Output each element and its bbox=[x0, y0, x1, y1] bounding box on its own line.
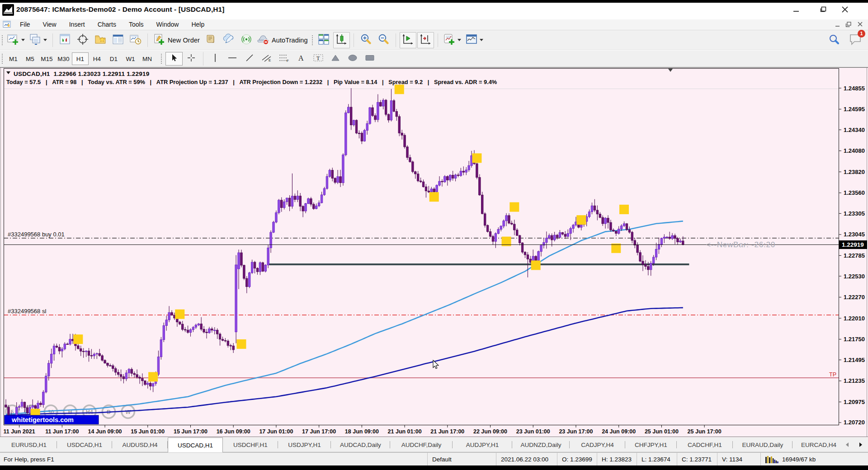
expert-advisors-button[interactable] bbox=[203, 32, 219, 48]
profiles-button[interactable] bbox=[28, 32, 49, 48]
minimize-button[interactable] bbox=[788, 3, 804, 16]
timeframe-h4-button[interactable]: H4 bbox=[89, 52, 105, 65]
signal-marker[interactable] bbox=[472, 153, 481, 163]
chart-tab-cadchf-h1[interactable]: CADCHF,H1 bbox=[677, 437, 733, 452]
tabs-scroll-right-button[interactable] bbox=[855, 437, 866, 452]
signals-button[interactable] bbox=[238, 32, 255, 48]
market-watch-button[interactable] bbox=[57, 32, 73, 48]
trendline-tool-button[interactable] bbox=[241, 52, 258, 66]
chart-tab-audjpy-h1[interactable]: AUDJPY,H1 bbox=[453, 437, 512, 452]
signal-marker[interactable] bbox=[175, 310, 184, 319]
chat-button[interactable]: 1 bbox=[847, 32, 864, 48]
search-button[interactable] bbox=[825, 32, 842, 48]
menu-view[interactable]: View bbox=[37, 19, 63, 30]
text-tool-button[interactable]: A bbox=[292, 52, 310, 66]
vertical-line-tool-button[interactable] bbox=[207, 52, 224, 66]
zoom-in-icon bbox=[360, 33, 372, 47]
metaeditor-icon bbox=[223, 33, 235, 47]
text-label-icon: T bbox=[313, 53, 324, 64]
chart-tab-audusd-h4[interactable]: AUDUSD,H4 bbox=[112, 437, 168, 452]
rectangle-object-tool-button[interactable] bbox=[361, 52, 378, 66]
text-label-tool-button[interactable]: T bbox=[310, 52, 327, 66]
chart-tab-cadjpy-h4[interactable]: CADJPY,H4 bbox=[570, 437, 625, 452]
new-order-button[interactable]: New Order bbox=[151, 32, 202, 48]
cursor-tool-button[interactable] bbox=[165, 52, 183, 66]
chart-tab-euraud-daily[interactable]: EURAUD,Daily bbox=[733, 437, 793, 452]
chart-tab-chfjpy-h1[interactable]: CHFJPY,H1 bbox=[625, 437, 677, 452]
signal-marker[interactable] bbox=[611, 244, 621, 253]
signal-marker[interactable] bbox=[73, 334, 83, 344]
strategy-tester-button[interactable] bbox=[127, 32, 144, 48]
chart-tab-usdchf-h1[interactable]: USDCHF,H1 bbox=[223, 437, 278, 452]
chart-tab-audcad-daily[interactable]: AUDCAD,Daily bbox=[331, 437, 390, 452]
chart-tab-eurusd-h1[interactable]: EURUSD,H1 bbox=[1, 437, 57, 452]
new-chart-button[interactable] bbox=[5, 32, 27, 48]
data-window-button[interactable] bbox=[74, 32, 91, 48]
signal-marker[interactable] bbox=[395, 85, 404, 94]
signal-marker[interactable] bbox=[576, 215, 586, 225]
timeframe-m1-button[interactable]: M1 bbox=[5, 52, 22, 65]
restore-button[interactable] bbox=[816, 3, 831, 16]
menu-file[interactable]: File bbox=[14, 19, 37, 30]
mdi-restore-button[interactable] bbox=[845, 21, 855, 28]
timeframe-mn-button[interactable]: MN bbox=[139, 52, 156, 65]
autotrading-button[interactable]: AutoTrading bbox=[255, 32, 310, 48]
signal-marker[interactable] bbox=[148, 372, 158, 381]
templates-button[interactable] bbox=[464, 32, 485, 48]
chart-shift-button[interactable] bbox=[400, 32, 416, 48]
timeframe-m30-button[interactable]: M30 bbox=[55, 52, 72, 65]
timeframe-w1-button[interactable]: W1 bbox=[122, 52, 139, 65]
price-tick-label: 1.20720 bbox=[844, 419, 865, 426]
signal-marker[interactable] bbox=[236, 339, 246, 349]
crosshair-tool-button[interactable] bbox=[183, 52, 200, 66]
chart-tab-usdcad-h1-active[interactable]: USDCAD,H1 bbox=[168, 437, 223, 452]
tabs-scroll-left-button[interactable] bbox=[842, 437, 853, 452]
ellipse-object-tool-button[interactable] bbox=[344, 52, 361, 66]
chart-area[interactable]: 51530HH4DW#332499568 buy 0.01#332499568 … bbox=[0, 67, 868, 437]
chart-tab-audnzd-daily[interactable]: AUDNZD,Daily bbox=[512, 437, 570, 452]
arrow-object-tool-button[interactable] bbox=[327, 52, 344, 66]
equidistant-channel-tool-button[interactable]: E bbox=[258, 52, 275, 66]
menu-window[interactable]: Window bbox=[150, 19, 185, 30]
tile-windows-button[interactable] bbox=[316, 32, 332, 48]
timeframe-h1-button[interactable]: H1 bbox=[72, 52, 89, 65]
toolbar-grip bbox=[311, 34, 314, 46]
chart-tab-eurcad-h4[interactable]: EURCAD,H4 bbox=[793, 437, 845, 452]
title-bar[interactable]: 20875647: ICMarkets-Demo02 - Demo Accoun… bbox=[0, 3, 868, 19]
navigator-button[interactable] bbox=[92, 32, 108, 48]
signal-marker[interactable] bbox=[509, 202, 519, 212]
chart-tab-usdjpy-h1[interactable]: USDJPY,H1 bbox=[278, 437, 331, 452]
horizontal-line-tool-button[interactable] bbox=[224, 52, 241, 66]
menu-insert[interactable]: Insert bbox=[63, 19, 91, 30]
bar-chart-mode-button[interactable] bbox=[333, 32, 350, 48]
auto-scroll-button[interactable] bbox=[417, 32, 434, 48]
new-order-label: New Order bbox=[168, 37, 200, 44]
status-volume: V: 1134 bbox=[717, 453, 760, 465]
status-bar-time: 2021.06.22 03:00 bbox=[496, 453, 557, 465]
metaeditor-button[interactable] bbox=[220, 32, 237, 48]
signal-marker[interactable] bbox=[429, 192, 439, 202]
zoom-in-button[interactable] bbox=[358, 32, 374, 48]
timeframe-d1-button[interactable]: D1 bbox=[105, 52, 122, 65]
mdi-minimize-button[interactable] bbox=[834, 21, 844, 28]
navigator-icon bbox=[94, 33, 106, 47]
signal-marker[interactable] bbox=[531, 260, 541, 270]
chart-tab-usdcad-h1[interactable]: USDCAD,H1 bbox=[57, 437, 112, 452]
menu-charts[interactable]: Charts bbox=[91, 19, 123, 30]
price-tick-label: 1.23560 bbox=[844, 189, 865, 196]
chart-tab-audchf-daily[interactable]: AUDCHF,Daily bbox=[390, 437, 453, 452]
ohlc-info-line: USDCAD,H1 1.22966 1.23023 1.22911 1.2291… bbox=[14, 70, 149, 77]
timeframe-m5-button[interactable]: M5 bbox=[22, 52, 38, 65]
fibonacci-tool-button[interactable]: F bbox=[275, 52, 292, 66]
signal-marker[interactable] bbox=[619, 205, 629, 214]
menu-tools[interactable]: Tools bbox=[123, 19, 150, 30]
zoom-out-button[interactable] bbox=[375, 32, 392, 48]
indicators-button[interactable] bbox=[442, 32, 463, 48]
toolbar-separator bbox=[396, 33, 396, 47]
status-profile[interactable]: Default bbox=[427, 453, 496, 465]
timeframe-m15-button[interactable]: M15 bbox=[38, 52, 55, 65]
close-button[interactable] bbox=[837, 3, 853, 16]
menu-help[interactable]: Help bbox=[185, 19, 211, 30]
mdi-close-button[interactable] bbox=[857, 21, 867, 28]
terminal-button[interactable] bbox=[109, 32, 126, 48]
